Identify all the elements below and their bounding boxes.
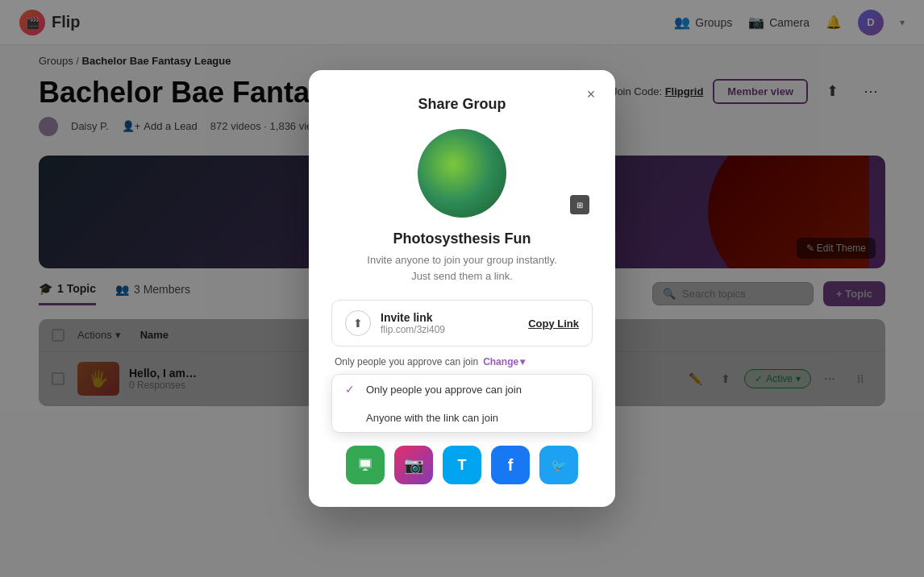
invite-link-box: ⬆ Invite link flip.com/3zi409 Copy Link bbox=[331, 300, 593, 347]
qr-code-badge[interactable]: ⊞ bbox=[570, 195, 589, 214]
invite-link-url: flip.com/3zi409 bbox=[381, 324, 518, 335]
invite-text: Invite link flip.com/3zi409 bbox=[381, 311, 518, 335]
join-control-text: Only people you approve can join bbox=[335, 356, 478, 367]
copy-link-button[interactable]: Copy Link bbox=[528, 318, 579, 330]
dropdown-option2-label: Anyone with the link can join bbox=[366, 412, 498, 419]
modal-overlay[interactable]: × Share Group ⊞ Photosysthesis Fun Invit… bbox=[0, 0, 924, 419]
leaf-graphic bbox=[418, 129, 506, 218]
modal-avatar bbox=[418, 129, 506, 218]
modal-group-name: Photosysthesis Fun bbox=[331, 230, 593, 247]
modal-subtitle: Invite anyone to join your group instant… bbox=[331, 252, 593, 284]
invite-link-label: Invite link bbox=[381, 311, 518, 324]
subtitle-line2: Just send them a link. bbox=[411, 270, 513, 282]
checkmark-icon: ✓ bbox=[345, 383, 358, 396]
modal-title: Share Group bbox=[331, 96, 593, 113]
join-control: Only people you approve can join Change … bbox=[331, 356, 593, 367]
modal-close-button[interactable]: × bbox=[580, 83, 602, 106]
subtitle-line1: Invite anyone to join your group instant… bbox=[367, 254, 556, 266]
dropdown-item-anyone[interactable]: Anyone with the link can join bbox=[332, 404, 592, 419]
change-label: Change bbox=[483, 356, 518, 367]
invite-share-icon: ⬆ bbox=[345, 310, 371, 336]
dropdown-option1-label: Only people you approve can join bbox=[366, 384, 522, 396]
dropdown-item-approve[interactable]: ✓ Only people you approve can join bbox=[332, 375, 592, 404]
change-button[interactable]: Change ▾ bbox=[483, 356, 525, 367]
join-dropdown-menu: ✓ Only people you approve can join Anyon… bbox=[331, 374, 593, 419]
change-chevron: ▾ bbox=[520, 356, 525, 367]
modal-avatar-wrapper: ⊞ bbox=[331, 129, 593, 218]
share-group-modal: × Share Group ⊞ Photosysthesis Fun Invit… bbox=[309, 70, 615, 419]
